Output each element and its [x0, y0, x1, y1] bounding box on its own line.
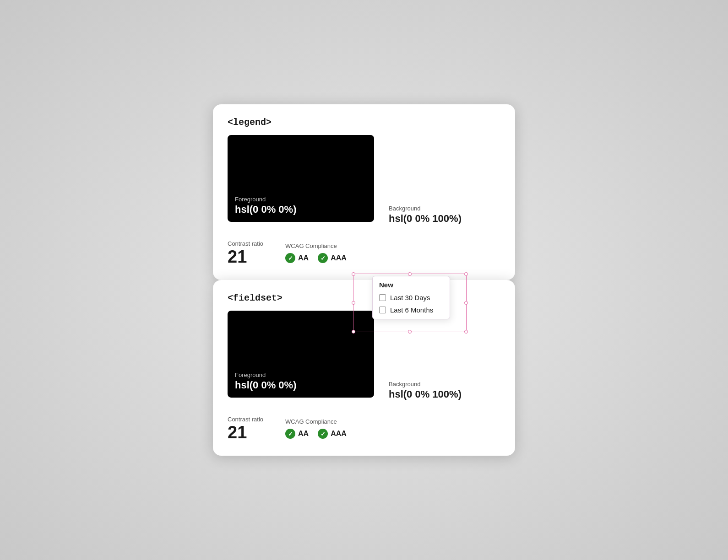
- legend-foreground-labels: Foreground hsl(0 0% 0%): [235, 196, 297, 215]
- dropdown-header: New: [373, 279, 450, 291]
- fieldset-wcag-label: WCAG Compliance: [285, 418, 347, 425]
- legend-compliance-group: WCAG Compliance ✓ AA ✓ AAA: [285, 242, 347, 263]
- fieldset-contrast-value: 21: [228, 424, 263, 441]
- legend-aaa-check-icon: ✓: [318, 253, 328, 263]
- fieldset-compliance-group: WCAG Compliance ✓ AA ✓ AAA: [285, 418, 347, 439]
- legend-fg-label: Foreground: [235, 196, 297, 203]
- fieldset-metrics-row: Contrast ratio 21 WCAG Compliance ✓ AA ✓…: [228, 416, 500, 441]
- dropdown-item-last30-label: Last 30 Days: [390, 294, 430, 302]
- fieldset-contrast-group: Contrast ratio 21: [228, 416, 263, 441]
- fieldset-bg-label: Background: [389, 381, 462, 388]
- legend-aa-badge: ✓ AA: [285, 253, 309, 263]
- fieldset-aa-badge: ✓ AA: [285, 429, 309, 439]
- fieldset-aa-label: AA: [298, 430, 309, 438]
- fieldset-fg-label: Foreground: [235, 372, 297, 378]
- legend-preview-section: Foreground hsl(0 0% 0%) Background hsl(0…: [228, 135, 500, 231]
- legend-wcag-label: WCAG Compliance: [285, 242, 347, 249]
- fieldset-preview-section: Foreground hsl(0 0% 0%) Background hsl(0…: [228, 311, 500, 407]
- legend-bg-label: Background: [389, 205, 462, 212]
- legend-aaa-badge: ✓ AAA: [318, 253, 347, 263]
- checkbox-last30[interactable]: [379, 294, 386, 301]
- legend-aa-label: AA: [298, 254, 309, 262]
- fieldset-bg-value: hsl(0 0% 100%): [389, 388, 462, 400]
- fieldset-card: <fieldset> Foreground hsl(0 0% 0%) Backg…: [213, 280, 515, 456]
- fieldset-foreground-labels: Foreground hsl(0 0% 0%): [235, 372, 297, 391]
- legend-color-preview: Foreground hsl(0 0% 0%): [228, 135, 374, 222]
- legend-badges: ✓ AA ✓ AAA: [285, 253, 347, 263]
- cards-container: <legend> Foreground hsl(0 0% 0%) Backgro…: [213, 104, 515, 456]
- legend-fg-value: hsl(0 0% 0%): [235, 204, 297, 215]
- legend-contrast-value: 21: [228, 248, 263, 265]
- fieldset-background-info: Background hsl(0 0% 100%): [389, 381, 462, 407]
- legend-bg-value: hsl(0 0% 100%): [389, 213, 462, 225]
- fieldset-badges: ✓ AA ✓ AAA: [285, 429, 347, 439]
- dropdown-item-last30[interactable]: Last 30 Days: [373, 291, 450, 304]
- fieldset-fg-value: hsl(0 0% 0%): [235, 379, 297, 391]
- fieldset-aaa-badge: ✓ AAA: [318, 429, 347, 439]
- legend-contrast-group: Contrast ratio 21: [228, 240, 263, 265]
- legend-contrast-label: Contrast ratio: [228, 240, 263, 247]
- legend-metrics-row: Contrast ratio 21 WCAG Compliance ✓ AA ✓…: [228, 240, 500, 265]
- dropdown-popup: New Last 30 Days Last 6 Months: [372, 276, 450, 319]
- legend-aa-check-icon: ✓: [285, 253, 295, 263]
- legend-card: <legend> Foreground hsl(0 0% 0%) Backgro…: [213, 104, 515, 280]
- dropdown-item-last6months-label: Last 6 Months: [390, 306, 433, 314]
- legend-background-info: Background hsl(0 0% 100%): [389, 205, 462, 231]
- fieldset-aa-check-icon: ✓: [285, 429, 295, 439]
- fieldset-aaa-label: AAA: [331, 430, 347, 438]
- fieldset-card-title: <fieldset>: [228, 293, 500, 303]
- checkbox-last6months[interactable]: [379, 307, 386, 313]
- fieldset-aaa-check-icon: ✓: [318, 429, 328, 439]
- fieldset-contrast-label: Contrast ratio: [228, 416, 263, 423]
- legend-card-title: <legend>: [228, 117, 500, 128]
- legend-aaa-label: AAA: [331, 254, 347, 262]
- fieldset-color-preview: Foreground hsl(0 0% 0%): [228, 311, 374, 398]
- dropdown-item-last6months[interactable]: Last 6 Months: [373, 304, 450, 316]
